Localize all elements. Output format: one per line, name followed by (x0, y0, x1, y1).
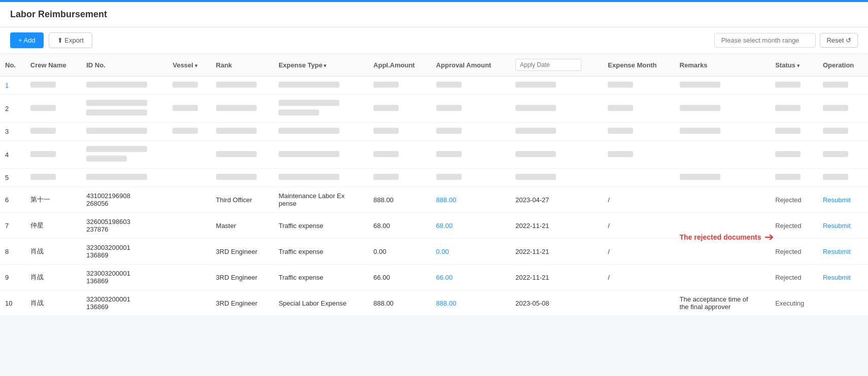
cell-rank (211, 95, 274, 123)
col-vessel[interactable]: Vessel (167, 54, 211, 77)
cell-apply-date: 2022-11-21 (510, 239, 603, 265)
table-row: 5 (0, 169, 868, 187)
cell-rank: 3RD Engineer (211, 290, 274, 316)
cell-expense-type: Special Labor Expense (273, 290, 368, 316)
cell-status: Rejected (770, 265, 818, 290)
cell-status (770, 169, 818, 187)
cell-crew-name: 肖战 (25, 239, 81, 265)
cell-expense-month: / (603, 265, 674, 290)
cell-remarks (675, 77, 771, 95)
cell-operation: Resubmit (818, 187, 868, 213)
cell-expense-month (603, 95, 674, 123)
cell-crew-name (25, 123, 81, 141)
cell-apply-date (510, 169, 603, 187)
cell-crew-name (25, 141, 81, 169)
cell-no: 4 (0, 141, 25, 169)
cell-appl-amount (368, 95, 431, 123)
table-row: 1 (0, 77, 868, 95)
cell-apply-date: 2023-04-27 (510, 187, 603, 213)
cell-apply-date (510, 77, 603, 95)
add-button[interactable]: + Add (10, 32, 44, 48)
cell-id-no (81, 77, 167, 95)
cell-status (770, 77, 818, 95)
cell-appl-amount: 68.00 (368, 213, 431, 239)
cell-appl-amount (368, 141, 431, 169)
cell-appl-amount: 66.00 (368, 265, 431, 290)
cell-vessel (167, 239, 211, 265)
cell-id-no: 431002196908268056 (81, 187, 167, 213)
cell-no: 2 (0, 95, 25, 123)
resubmit-button[interactable]: Resubmit (823, 222, 851, 230)
cell-expense-month (603, 290, 674, 316)
col-appl-amount: Appl.Amount (368, 54, 431, 77)
cell-no: 1 (0, 77, 25, 95)
cell-rank (211, 123, 274, 141)
cell-expense-type (273, 141, 368, 169)
cell-id-no: 323003200001136869 (81, 265, 167, 290)
cell-remarks: The acceptance time ofthe final approver… (675, 290, 771, 316)
table-container: No. Crew Name ID No. Vessel Rank Expense… (0, 54, 868, 316)
cell-vessel (167, 141, 211, 169)
col-expense-month: Expense Month (603, 54, 674, 77)
rejected-arrow-icon: ➔ (765, 231, 774, 244)
month-range-input[interactable] (714, 33, 816, 48)
table-row: 4 (0, 141, 868, 169)
cell-rank (211, 141, 274, 169)
table-row: 9 肖战 323003200001136869 3RD Engineer Tra… (0, 265, 868, 290)
cell-crew-name (25, 77, 81, 95)
cell-crew-name: 肖战 (25, 290, 81, 316)
cell-rank: Third Officer (211, 187, 274, 213)
cell-id-no (81, 169, 167, 187)
cell-remarks (675, 95, 771, 123)
cell-rank: 3RD Engineer (211, 265, 274, 290)
reset-button[interactable]: Reset ↺ (820, 33, 858, 48)
cell-status: Executing (770, 290, 818, 316)
resubmit-button[interactable]: Resubmit (823, 274, 851, 281)
col-no: No. (0, 54, 25, 77)
cell-crew-name (25, 95, 81, 123)
page-title: Labor Reimbursement (10, 9, 107, 19)
table-header-row: No. Crew Name ID No. Vessel Rank Expense… (0, 54, 868, 77)
table-row: 7 仲星 326005198603237876 Master Traffic e… (0, 213, 868, 239)
resubmit-button[interactable]: Resubmit (823, 248, 851, 255)
cell-no: 6 (0, 187, 25, 213)
resubmit-button[interactable]: Resubmit (823, 196, 851, 204)
cell-expense-month (603, 169, 674, 187)
cell-expense-type (273, 77, 368, 95)
cell-no: 3 (0, 123, 25, 141)
cell-expense-month: / (603, 239, 674, 265)
cell-rank: Master (211, 213, 274, 239)
cell-remarks (675, 265, 771, 290)
cell-id-no (81, 123, 167, 141)
export-button[interactable]: ⬆ Export (49, 32, 92, 48)
main-table: No. Crew Name ID No. Vessel Rank Expense… (0, 54, 868, 316)
cell-operation (818, 77, 868, 95)
cell-approval-amount (431, 123, 510, 141)
col-approval-amount: Approval Amount (431, 54, 510, 77)
cell-apply-date: 2022-11-21 (510, 213, 603, 239)
cell-no: 10 (0, 290, 25, 316)
cell-vessel (167, 213, 211, 239)
col-expense-type[interactable]: Expense Type (273, 54, 368, 77)
cell-crew-name (25, 169, 81, 187)
cell-apply-date (510, 141, 603, 169)
col-status[interactable]: Status (770, 54, 818, 77)
cell-rank (211, 169, 274, 187)
toolbar-left: + Add ⬆ Export (10, 32, 92, 48)
cell-vessel (167, 169, 211, 187)
cell-status: Rejected (770, 239, 818, 265)
cell-appl-amount (368, 169, 431, 187)
cell-apply-date: 2023-05-08 (510, 290, 603, 316)
cell-vessel (167, 123, 211, 141)
cell-approval-amount (431, 77, 510, 95)
cell-status: Rejected (770, 187, 818, 213)
cell-operation (818, 95, 868, 123)
page-header: Labor Reimbursement (0, 2, 868, 27)
cell-operation (818, 123, 868, 141)
col-crew-name: Crew Name (25, 54, 81, 77)
col-rank: Rank (211, 54, 274, 77)
cell-expense-type (273, 123, 368, 141)
cell-approval-amount: 68.00 (431, 213, 510, 239)
apply-date-filter[interactable] (515, 59, 581, 71)
cell-remarks (675, 169, 771, 187)
